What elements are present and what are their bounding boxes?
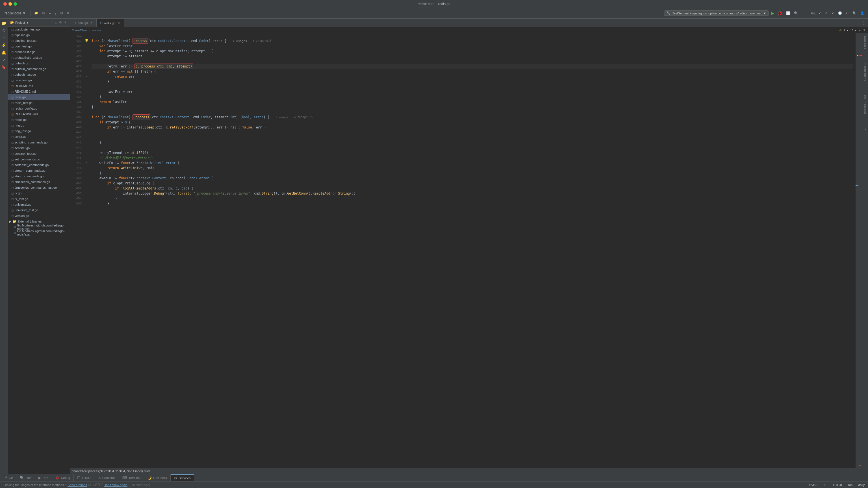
external-libraries-folder[interactable]: ▶ 📁 External Libraries [8, 219, 70, 224]
file-item-ring[interactable]: ◻ ring.go [8, 123, 70, 128]
show-options-link[interactable]: Show Options [67, 483, 87, 487]
more-button[interactable]: ⋯ [801, 10, 806, 16]
git-check[interactable]: ✓ [817, 10, 823, 16]
file-item-set-commands[interactable]: ◻ set_commands.go [8, 157, 70, 162]
profile-button[interactable]: 🔍 [793, 10, 799, 16]
file-item-redis-test[interactable]: ◻ redis_test.go [8, 100, 70, 106]
find-down-button[interactable]: ▼ [863, 29, 866, 32]
run-configuration[interactable]: 🔧 TestSentinel in gopkg.inshopline.com/c… [664, 10, 769, 16]
avatar-button[interactable]: 👤 [859, 10, 866, 16]
tab-pool-go[interactable]: ◻ pool.go ✕ [70, 19, 97, 27]
dont-show-link[interactable]: Don't show again [104, 483, 127, 487]
bottom-tab-services[interactable]: ⚙ Services [170, 474, 194, 482]
file-item-probabilistic-test[interactable]: ◻ probabilistic_test.go [8, 55, 70, 60]
right-label-database[interactable]: Database [864, 36, 867, 50]
bottom-tab-luacheck[interactable]: 🌙 LuaCheck [144, 474, 171, 482]
bottom-tab-find[interactable]: 🔍 Find [17, 474, 35, 482]
close-button[interactable] [3, 2, 7, 6]
git-clock[interactable]: 🕐 [837, 10, 843, 16]
editor-config[interactable]: ⚙ [41, 10, 46, 16]
minimize-button[interactable] [8, 2, 12, 6]
find-up-button[interactable]: ▲ [858, 29, 861, 32]
lightbulb-icon[interactable]: 💡 [85, 38, 89, 43]
right-label-extras[interactable]: ≡ [864, 129, 867, 130]
file-item-ring-test[interactable]: ◻ ring_test.go [8, 128, 70, 134]
file-item-readme[interactable]: ◻ README.md [8, 83, 70, 89]
file-item-osscluster-test[interactable]: ◻ osscluster_test.go [8, 27, 70, 32]
sidebar-item-bookmarks[interactable]: 🔖 [1, 64, 7, 71]
file-item-universal-test[interactable]: ◻ universal_test.go [8, 207, 70, 213]
status-encoding[interactable]: LF [823, 483, 829, 487]
tab-more-button[interactable]: ⋮ [860, 21, 868, 25]
status-branch[interactable]: daily [857, 483, 866, 487]
settings-button[interactable]: ⚙ [59, 10, 64, 16]
tab-close-pool[interactable]: ✕ [90, 21, 93, 24]
bottom-tab-debug[interactable]: 🐞 Debug [52, 474, 74, 482]
tab-redis-go[interactable]: ◻ redis.go ✕ [97, 19, 124, 27]
file-item-pubsub[interactable]: ◻ pubsub.go [8, 60, 70, 66]
sidebar-item-project[interactable]: 📁 [1, 20, 7, 27]
sidebar-item-notifications[interactable]: 🔔 [1, 49, 7, 56]
file-item-redis[interactable]: ◻ redis.go [8, 94, 70, 100]
file-item-probabilistic[interactable]: ◻ probabilistic.go [8, 49, 70, 55]
file-item-sentinel[interactable]: ◻ sentinel.go [8, 145, 70, 151]
sidebar-item-structure[interactable]: ⚡ [1, 42, 7, 48]
go-module-2[interactable]: ⊞ Go Modules <github.com/redis/go-redis/… [8, 230, 70, 235]
close-tree-button[interactable]: ✕ [63, 20, 67, 25]
file-item-redisx-config[interactable]: ◻ redisx_config.go [8, 106, 70, 111]
tree-settings-button[interactable]: ⚙ [58, 20, 63, 25]
bottom-tab-problems[interactable]: ⚠ Problems [94, 474, 119, 482]
file-item-pipeline-test[interactable]: ◻ pipeline_test.go [8, 38, 70, 43]
bottom-tab-terminal[interactable]: ⌨ Terminal [119, 474, 144, 482]
breadcrumb-item-process[interactable]: process [91, 29, 101, 32]
toolbar-action1[interactable]: ≡ [48, 11, 52, 16]
file-item-pipeline[interactable]: ◻ pipeline.go [8, 32, 70, 38]
undo-button[interactable]: ↩ [844, 10, 850, 16]
code-editor[interactable]: 422 423 424 425 426 427 428 429 430 431 … [70, 33, 862, 468]
git-action[interactable]: ✓ [830, 10, 836, 16]
code-content[interactable]: func (c * baseClient ) process (ctx cont… [89, 33, 856, 468]
debug-button[interactable]: 🐞 [776, 10, 783, 16]
file-tree-toggle[interactable]: 📁 [33, 10, 39, 16]
file-item-pubsub-test[interactable]: ◻ pubsub_test.go [8, 72, 70, 77]
bottom-tab-run[interactable]: ▶ Run [35, 474, 52, 482]
sidebar-item-changes[interactable]: ± [1, 34, 7, 41]
file-item-script[interactable]: ◻ script.go [8, 134, 70, 139]
file-item-result[interactable]: ◻ result.go [8, 117, 70, 123]
status-charset[interactable]: UTF-8 [832, 483, 843, 487]
file-item-timeseries-commands-test[interactable]: ◻ timeseries_commands_test.go [8, 185, 70, 190]
file-item-scripting-commands[interactable]: ◻ scripting_commands.go [8, 139, 70, 145]
file-item-race-test[interactable]: ◻ race_test.go [8, 77, 70, 83]
bottom-tab-git[interactable]: ⎇ Git [0, 474, 17, 482]
minimap[interactable] [856, 33, 858, 468]
git-check2[interactable]: ✓ [824, 10, 829, 16]
run-button[interactable]: ▶ [770, 10, 775, 16]
coverage-button[interactable]: 📊 [785, 10, 792, 16]
breadcrumb-item-baseclient[interactable]: *baseClient [72, 29, 88, 32]
file-item-readme2[interactable]: ◻ README 2.md [8, 89, 70, 94]
file-item-pool-test[interactable]: ◻ pool_test.go [8, 43, 70, 49]
file-item-tx-test[interactable]: ◻ tx_test.go [8, 196, 70, 202]
go-module-1[interactable]: ⊞ Go Modules <github.com/redis/go-redis/… [8, 224, 70, 230]
sidebar-item-pullreq[interactable]: ↗ [1, 57, 7, 63]
window-controls[interactable] [3, 2, 17, 6]
maximize-button[interactable] [13, 2, 17, 6]
file-item-version[interactable]: ◻ version.go [8, 213, 70, 219]
status-position[interactable]: 423:22 [808, 483, 819, 487]
file-item-sentinel-test[interactable]: ◻ sentinel_test.go [8, 151, 70, 157]
file-item-tx[interactable]: ◻ tx.go [8, 190, 70, 196]
file-item-stream-commands[interactable]: ◻ stream_commands.go [8, 168, 70, 173]
close-panel-button[interactable]: ✕ [66, 10, 71, 16]
right-label-notifications[interactable]: Notifications [864, 64, 867, 81]
file-item-timeseries-commands[interactable]: ◻ timeseries_commands.go [8, 179, 70, 185]
tab-close-redis[interactable]: ✕ [117, 22, 120, 25]
status-indent[interactable]: Tab [846, 483, 854, 487]
new-file-button[interactable]: + [50, 20, 53, 25]
sidebar-item-commit[interactable]: ⊙ [1, 27, 7, 34]
file-item-string-commands[interactable]: ◻ string_commands.go [8, 173, 70, 179]
file-item-universal[interactable]: ◻ universal.go [8, 202, 70, 207]
file-item-releasing[interactable]: ◻ RELEASING.md [8, 111, 70, 117]
toolbar-action2[interactable]: ↕ [53, 11, 58, 16]
right-label-pullreq[interactable]: Pull Requests [864, 95, 867, 115]
file-item-pubsub-commands[interactable]: ◻ pubsub_commands.go [8, 66, 70, 72]
